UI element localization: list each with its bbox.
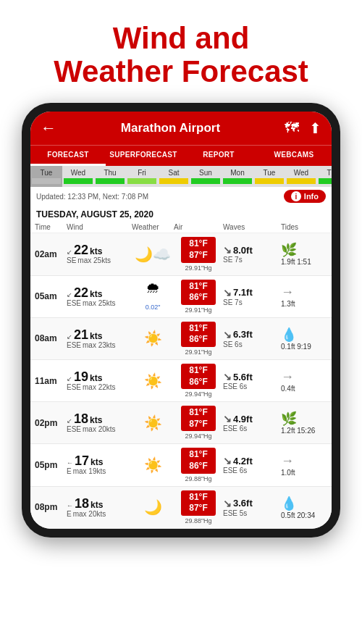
table-row: 05pm ← 17 kts E max 19kts ☀️ 81°F 86°F 2… [30,444,332,486]
tide-value: 1.9ft 1:51 [281,258,311,266]
day-cell-4[interactable]: Sat [158,166,190,187]
wave-arrow: ↘ [223,413,232,425]
wind-max: max 25kts [83,299,116,307]
wave-height: ↘ 3.6ft [223,498,281,509]
tides-cell: → 1.0ft [281,453,332,477]
day-bar [191,178,220,184]
wave-height-val: 6.3ft [233,329,253,340]
day-bar [64,178,93,184]
wave-arrow: ↘ [223,371,232,382]
wind-max: max 22kts [83,383,116,391]
wind-dir-line: SE max 25kts [67,256,132,264]
time-cell: 08pm [35,502,67,512]
table-row: 08pm ← 18 kts E max 20kts 🌙 81°F 87°F 29… [30,487,332,529]
wind-max: max 25kts [77,256,111,264]
wind-speed: 22 [74,286,88,299]
wave-height: ↘ 5.6ft [223,371,281,382]
temp-low: 86°F [185,334,212,346]
pressure: 29.94"Hg [185,390,211,398]
tides-cell: 💧 0.1ft 9:19 [281,327,332,351]
wind-dir-indicator: ↙ [67,375,72,382]
info-label: Info [304,192,319,201]
tab-forecast[interactable]: FORECAST [30,146,106,166]
weather-icon: ☀️ [132,372,174,390]
phone-screen: ← Marathon Airport 🗺 ⬆ FORECAST SUPERFOR… [30,112,332,528]
wind-direction: ESE [67,425,81,433]
info-button[interactable]: i Info [284,190,326,203]
temp-low: 87°F [185,503,212,514]
map-icon[interactable]: 🗺 [285,120,299,137]
share-icon[interactable]: ⬆ [309,120,321,137]
day-bar [32,178,61,184]
wind-cell: ← 17 kts E max 19kts [67,454,132,475]
day-bar [96,178,125,184]
day-label: Tue [32,169,61,177]
tab-webcams[interactable]: WEBCAMS [256,146,332,166]
day-cell-6[interactable]: Mon [222,166,253,187]
wave-height-val: 3.6ft [233,498,253,509]
wind-cell: ↙ 21 kts ESE max 23kts [67,328,132,349]
air-cell: 81°F 87°F 29.94"Hg [174,406,223,440]
pressure: 29.91"Hg [185,264,211,272]
wind-dir-indicator: ↙ [67,333,72,340]
tab-report[interactable]: REPORT [181,146,256,166]
tide-value: 1.2ft 15:26 [281,427,315,435]
day-cell-8[interactable]: Wed [285,166,317,187]
day-label: Tue [255,169,284,177]
day-label: Sun [191,169,220,177]
day-cell-7[interactable]: Tue [253,166,285,187]
day-cell-1[interactable]: Wed [62,166,94,187]
waves-cell: ↘ 8.0ft SE 7s [223,244,281,264]
location-title: Marathon Airport [64,121,277,135]
wave-height-val: 7.1ft [233,287,253,298]
day-cell-3[interactable]: Fri [126,166,158,187]
temp-high: 81°F [185,407,212,419]
pressure: 29.94"Hg [185,432,211,440]
app-header: ← Marathon Airport 🗺 ⬆ [30,112,332,145]
weather-icon: ☀️ [132,330,174,347]
tab-superforecast[interactable]: SUPERFORECAST [106,146,181,166]
wind-max: max 19kts [73,467,106,475]
wave-arrow: ↘ [223,498,232,509]
temp-low: 87°F [185,250,212,262]
updated-row: Updated: 12:33 PM, Next: 7:08 PM i Info [30,187,332,206]
time-cell: 02am [35,249,67,259]
temp-box: 81°F 87°F [181,490,216,516]
tide-icon: 💧 [281,327,297,343]
day-cell-5[interactable]: Sun [190,166,222,187]
tide-icon: → [281,453,294,469]
wave-height: ↘ 4.2ft [223,455,281,467]
wind-dir-line: E max 20kts [67,510,132,518]
table-row: 11am ↙ 19 kts ESE max 22kts ☀️ 81°F 86°F… [30,360,332,402]
tide-icon: → [281,369,294,385]
phone-frame: ← Marathon Airport 🗺 ⬆ FORECAST SUPERFOR… [22,103,340,537]
day-cell-2[interactable]: Thu [94,166,126,187]
updated-text: Updated: 12:33 PM, Next: 7:08 PM [36,193,148,201]
wind-direction: E [67,467,72,475]
wind-dir-indicator: ← [67,502,73,509]
wave-dir: SE 6s [223,340,281,348]
wind-speed: 22 [74,243,88,256]
wind-unit: kts [90,415,102,425]
table-row: 05am ↙ 22 kts ESE max 25kts 🌧0.02" 81°F … [30,276,332,318]
tide-value: 0.1ft 9:19 [281,343,311,351]
wind-direction: SE [67,256,76,264]
wind-dir-line: ESE max 23kts [67,341,132,349]
back-button[interactable]: ← [41,119,56,138]
day-cell-0[interactable]: Tue [30,166,62,187]
wave-arrow: ↘ [223,455,232,467]
air-cell: 81°F 86°F 29.88"Hg [174,448,223,482]
col-waves: Waves [223,223,281,231]
day-cell-9[interactable]: Thu [317,166,332,187]
wind-unit: kts [90,331,102,341]
wind-unit: kts [90,500,103,510]
day-label: Mon [223,169,252,177]
wind-speed: 19 [74,370,88,383]
wind-dir-line: ESE max 22kts [67,383,132,391]
col-weather: Weather [132,223,174,231]
wind-speed: 17 [75,454,89,467]
wave-height-val: 4.2ft [233,456,253,467]
wave-height-val: 5.6ft [233,372,253,382]
day-bar [223,178,252,184]
phone-wrapper: ← Marathon Airport 🗺 ⬆ FORECAST SUPERFOR… [0,103,362,551]
